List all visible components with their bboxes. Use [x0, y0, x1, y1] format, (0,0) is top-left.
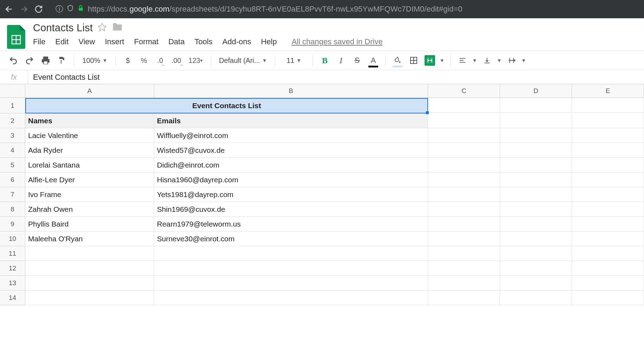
row-header[interactable]: 9	[0, 217, 25, 231]
folder-icon[interactable]	[112, 22, 122, 34]
menu-tools[interactable]: Tools	[195, 37, 212, 46]
cell[interactable]	[428, 172, 500, 187]
col-header-d[interactable]: D	[500, 84, 572, 98]
more-formats[interactable]: 123 ▾	[186, 54, 205, 67]
cell[interactable]	[572, 231, 644, 246]
cell[interactable]	[25, 290, 154, 305]
fill-color-button[interactable]	[391, 54, 404, 67]
cell[interactable]	[500, 98, 572, 113]
col-header-a[interactable]: A	[25, 84, 154, 98]
row-header[interactable]: 6	[0, 172, 25, 187]
valign-dropdown[interactable]: ▼	[497, 58, 502, 63]
cell[interactable]	[572, 113, 644, 128]
col-header-c[interactable]: C	[428, 84, 500, 98]
wrap-button[interactable]	[505, 54, 518, 67]
menu-edit[interactable]: Edit	[55, 37, 68, 46]
increase-decimal[interactable]: .00→	[170, 54, 183, 67]
cell[interactable]	[25, 261, 154, 276]
cell-email[interactable]: Surneve30@einrot.com	[154, 231, 428, 246]
format-currency[interactable]: $	[121, 54, 134, 67]
cell[interactable]	[500, 143, 572, 158]
reload-button[interactable]	[34, 4, 44, 14]
cell[interactable]	[572, 98, 644, 113]
cell[interactable]	[428, 143, 500, 158]
cell[interactable]	[428, 158, 500, 172]
cell[interactable]	[500, 246, 572, 261]
cell-email[interactable]: Didich@einrot.com	[154, 158, 428, 172]
menu-file[interactable]: File	[33, 37, 45, 46]
cell[interactable]	[572, 143, 644, 158]
cell[interactable]	[428, 246, 500, 261]
halign-dropdown[interactable]: ▼	[472, 58, 477, 63]
menu-view[interactable]: View	[78, 37, 95, 46]
row-header[interactable]: 3	[0, 128, 25, 143]
cell-b2[interactable]: Emails	[154, 113, 428, 128]
row-header[interactable]: 2	[0, 113, 25, 128]
cell-name[interactable]: Maleeha O'Ryan	[25, 231, 154, 246]
row-header[interactable]: 14	[0, 290, 25, 305]
cell[interactable]	[500, 290, 572, 305]
row-header[interactable]: 10	[0, 231, 25, 246]
cell[interactable]	[500, 113, 572, 128]
format-percent[interactable]: %	[138, 54, 150, 67]
cell[interactable]	[572, 276, 644, 290]
row-header[interactable]: 7	[0, 187, 25, 202]
cell-name[interactable]: Alfie-Lee Dyer	[25, 172, 154, 187]
zoom-select[interactable]: 100%▼	[80, 57, 110, 65]
redo-button[interactable]	[23, 54, 36, 67]
cell[interactable]	[428, 217, 500, 231]
row-header[interactable]: 1	[0, 98, 25, 113]
cell[interactable]	[500, 231, 572, 246]
row-header[interactable]: 11	[0, 246, 25, 261]
decrease-decimal[interactable]: .0←	[154, 54, 166, 67]
cell[interactable]	[500, 128, 572, 143]
doc-title[interactable]: Contacts List	[33, 22, 93, 34]
cell[interactable]	[428, 113, 500, 128]
cell[interactable]	[500, 276, 572, 290]
cell-name[interactable]: Ada Ryder	[25, 143, 154, 158]
row-header[interactable]: 5	[0, 158, 25, 172]
cell-name[interactable]: Ivo Frame	[25, 187, 154, 202]
menu-help[interactable]: Help	[261, 37, 277, 46]
selection-handle[interactable]	[426, 111, 429, 114]
cell[interactable]	[572, 217, 644, 231]
cell[interactable]	[572, 158, 644, 172]
cell-email[interactable]: Hisna1960@dayrep.com	[154, 172, 428, 187]
halign-button[interactable]	[456, 54, 469, 67]
cell-email[interactable]: Rearn1979@teleworm.us	[154, 217, 428, 231]
menu-insert[interactable]: Insert	[105, 37, 124, 46]
cell[interactable]	[500, 202, 572, 217]
row-header[interactable]: 8	[0, 202, 25, 217]
menu-data[interactable]: Data	[168, 37, 184, 46]
select-all-corner[interactable]	[0, 84, 25, 98]
star-icon[interactable]	[98, 22, 107, 33]
borders-button[interactable]	[407, 54, 420, 67]
cell-a2[interactable]: Names	[25, 113, 154, 128]
cell[interactable]	[572, 172, 644, 187]
print-button[interactable]	[39, 54, 52, 67]
cell[interactable]	[428, 98, 500, 113]
cell[interactable]	[572, 246, 644, 261]
bold-button[interactable]: B	[318, 54, 331, 67]
formula-input[interactable]: Event Contacts List	[28, 73, 644, 82]
cell[interactable]	[154, 246, 428, 261]
cell-name[interactable]: Zahrah Owen	[25, 202, 154, 217]
merge-dropdown[interactable]: ▼	[440, 58, 445, 63]
cell[interactable]	[154, 276, 428, 290]
cell-email[interactable]: Wisted57@cuvox.de	[154, 143, 428, 158]
col-header-e[interactable]: E	[572, 84, 644, 98]
font-size-select[interactable]: 11▼	[281, 57, 307, 65]
cell[interactable]	[428, 231, 500, 246]
cell[interactable]	[500, 172, 572, 187]
font-select[interactable]: Default (Ari...▼	[217, 57, 269, 65]
cell-name[interactable]: Phyllis Baird	[25, 217, 154, 231]
cell[interactable]	[500, 217, 572, 231]
italic-button[interactable]: I	[335, 54, 347, 67]
menu-addons[interactable]: Add-ons	[222, 37, 251, 46]
cell[interactable]	[25, 246, 154, 261]
valign-button[interactable]	[481, 54, 493, 67]
back-button[interactable]	[4, 4, 14, 14]
cell[interactable]	[500, 187, 572, 202]
cell[interactable]	[428, 276, 500, 290]
cell[interactable]	[428, 187, 500, 202]
